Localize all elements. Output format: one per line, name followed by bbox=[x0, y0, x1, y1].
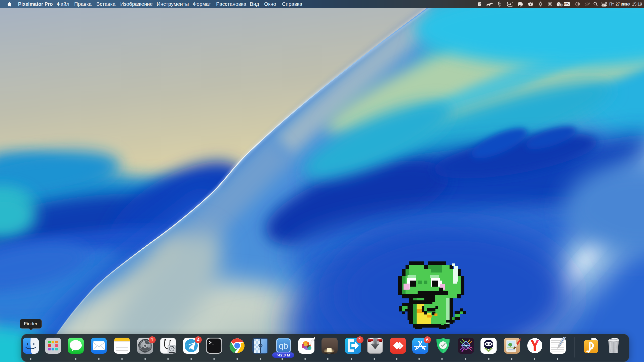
svg-text:3: 3 bbox=[560, 4, 562, 6]
svg-text:qb: qb bbox=[279, 341, 288, 350]
